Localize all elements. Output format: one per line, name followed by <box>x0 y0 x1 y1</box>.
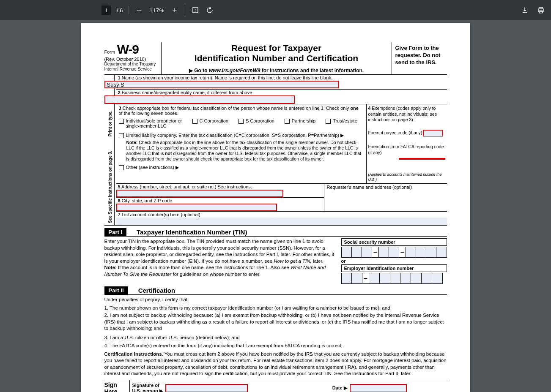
svg-rect-3 <box>193 8 198 13</box>
form-revision: (Rev. October 2018) <box>104 57 159 62</box>
date-label: Date ▶ <box>332 385 347 391</box>
svg-rect-4 <box>195 9 196 10</box>
page-number-input[interactable]: 1 <box>101 5 111 15</box>
line-4-label: 4 Exemptions (codes apply only to certai… <box>368 106 445 123</box>
zoom-out-button[interactable] <box>135 6 143 14</box>
requester-label: Requester's name and address (optional) <box>324 184 447 211</box>
line-3-label: 3 Check appropriate box for federal tax … <box>119 106 364 116</box>
checkbox-other[interactable]: Other (see instructions) ▶ <box>119 165 364 170</box>
rotate-button[interactable] <box>206 6 214 14</box>
part-2-header: Part II Certification <box>104 286 447 295</box>
name-field[interactable]: Susy S <box>104 81 339 88</box>
fit-page-button[interactable] <box>191 6 200 14</box>
toolbar-divider <box>129 6 129 14</box>
svg-rect-0 <box>137 10 142 11</box>
ssn-label: Social security number <box>341 238 447 246</box>
line-6-label: 6 City, state, and ZIP code <box>116 198 324 204</box>
line-1-label: 1 Name (as shown on your income tax retu… <box>116 75 447 81</box>
checkbox-trust[interactable]: Trust/estate <box>326 118 357 128</box>
checkbox-llc[interactable]: Limited liability company. Enter the tax… <box>119 133 364 138</box>
form-header: Form W-9 (Rev. October 2018) Department … <box>104 42 447 75</box>
zoom-in-button[interactable] <box>170 6 179 14</box>
exempt-payee-field[interactable] <box>423 130 443 136</box>
svg-rect-5 <box>195 11 196 12</box>
cert-under: Under penalties of perjury, I certify th… <box>104 297 447 303</box>
form-title-2: Identification Number and Certification <box>164 53 389 63</box>
llc-note: Note: Check the appropriate box in the l… <box>119 140 364 162</box>
exempt-fatca-row: Exemption from FATCA reporting code (if … <box>368 144 445 155</box>
svg-rect-2 <box>173 10 176 10</box>
account-numbers-field[interactable] <box>116 218 447 225</box>
exempt-payee-row: Exempt payee code (if any) <box>368 130 445 136</box>
or-label: or <box>341 259 447 264</box>
goto-link: ▶ Go to www.irs.gov/FormW9 for instructi… <box>164 68 389 74</box>
line-5-label: 5 Address (number, street, and apt. or s… <box>116 184 324 190</box>
form-label: Form <box>104 49 115 54</box>
page-sep: / 6 <box>117 7 123 14</box>
sign-here-row: SignHere Signature ofU.S. person ▶ Date … <box>104 380 447 392</box>
date-field[interactable] <box>350 384 407 392</box>
download-button[interactable] <box>521 6 529 14</box>
form-code: W-9 <box>117 42 139 56</box>
pdf-page: Form W-9 (Rev. October 2018) Department … <box>81 23 470 392</box>
ein-field[interactable]: – <box>341 273 443 284</box>
part-1-header: Part I Taxpayer Identification Number (T… <box>104 228 447 237</box>
ein-label: Employer identification number <box>341 264 447 272</box>
applies-note: (Applies to accounts maintained outside … <box>368 172 445 182</box>
exempt-fatca-field[interactable] <box>399 158 445 160</box>
line-2-label: 2 Business name/disregarded entity name,… <box>116 90 447 95</box>
checkbox-individual[interactable]: Individual/sole proprietor or single-mem… <box>119 118 182 128</box>
toolbar-divider <box>185 6 185 14</box>
sign-here-label: SignHere <box>104 380 130 392</box>
checkbox-scorp[interactable]: S Corporation <box>238 118 274 128</box>
print-button[interactable] <box>537 6 545 14</box>
cert-item-3: 3. I am a U.S. citizen or other U.S. per… <box>104 335 447 341</box>
pdf-toolbar: 1 / 6 117% <box>0 0 551 20</box>
cert-item-2: 2. I am not subject to backup withholdin… <box>104 312 447 332</box>
signature-label: Signature ofU.S. person ▶ <box>132 383 163 392</box>
give-form-text: Give Form to the requester. Do not send … <box>392 42 447 74</box>
city-state-zip-field[interactable] <box>116 204 277 211</box>
checkbox-partnership[interactable]: Partnership <box>285 118 315 128</box>
address-field[interactable] <box>116 190 283 197</box>
ssn-field[interactable]: –– <box>341 247 447 258</box>
line-7-label: 7 List account number(s) here (optional) <box>116 212 447 218</box>
checkbox-ccorp[interactable]: C Corporation <box>192 118 228 128</box>
cert-item-1: 1. The number shown on this form is my c… <box>104 305 447 312</box>
zoom-level[interactable]: 117% <box>149 7 164 14</box>
dept-line-2: Internal Revenue Service <box>104 67 159 72</box>
signature-field[interactable] <box>165 384 248 392</box>
cert-instructions: Certification instructions. You must cro… <box>104 351 447 377</box>
dept-line-1: Department of the Treasury <box>104 62 159 67</box>
form-title-1: Request for Taxpayer <box>164 43 389 53</box>
business-name-field[interactable] <box>104 95 295 104</box>
cert-item-4: 4. The FATCA code(s) entered on this for… <box>104 343 447 349</box>
